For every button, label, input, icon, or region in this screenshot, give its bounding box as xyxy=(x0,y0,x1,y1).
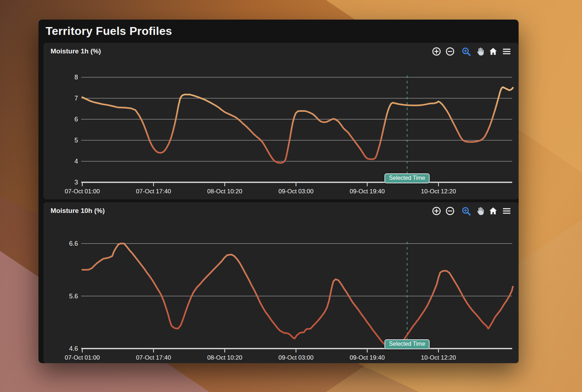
menu-icon[interactable] xyxy=(502,47,511,56)
zoom-in-icon[interactable] xyxy=(432,47,441,56)
x-tick-label: 09-Oct 19:40 xyxy=(350,354,385,361)
moisture-10h-chart[interactable]: 4.65.66.607-Oct 01:0007-Oct 17:4008-Oct … xyxy=(43,202,519,363)
pan-icon[interactable] xyxy=(475,206,484,216)
chart-title: Moisture 10h (%) xyxy=(51,207,105,215)
dashboard-window: Territory Fuels Profiles Moisture 1h (%) xyxy=(38,20,519,363)
zoom-out-icon[interactable] xyxy=(445,47,455,56)
zoom-in-icon[interactable] xyxy=(432,206,441,216)
x-tick-label: 09-Oct 03:00 xyxy=(279,354,313,361)
chart-toolbar xyxy=(432,206,511,216)
page-title: Territory Fuels Profiles xyxy=(46,25,172,38)
series-line xyxy=(82,87,513,163)
y-tick-label: 6.6 xyxy=(69,240,78,247)
selected-time-marker[interactable]: Selected Time xyxy=(384,339,430,349)
y-tick-label: 4 xyxy=(74,158,78,165)
chart-title: Moisture 1h (%) xyxy=(51,47,101,55)
box-zoom-icon[interactable] xyxy=(461,47,471,56)
y-tick-label: 4.6 xyxy=(69,345,78,352)
x-tick-label: 07-Oct 17:40 xyxy=(136,188,171,195)
chart-toolbar xyxy=(432,47,511,56)
title-bar: Territory Fuels Profiles xyxy=(38,20,519,43)
x-tick-label: 08-Oct 10:20 xyxy=(207,354,242,361)
x-tick-label: 07-Oct 01:00 xyxy=(65,188,100,195)
home-icon[interactable] xyxy=(488,47,498,56)
pan-icon[interactable] xyxy=(475,47,484,56)
y-tick-label: 7 xyxy=(74,95,78,102)
x-tick-label: 09-Oct 19:40 xyxy=(350,188,385,195)
x-tick-label: 07-Oct 01:00 xyxy=(65,354,100,361)
x-tick-label: 08-Oct 10:20 xyxy=(207,188,242,195)
home-icon[interactable] xyxy=(488,206,498,216)
y-tick-label: 6 xyxy=(74,116,78,123)
box-zoom-icon[interactable] xyxy=(461,206,471,216)
y-tick-label: 8 xyxy=(74,74,78,81)
menu-icon[interactable] xyxy=(502,206,511,216)
moisture-1h-chart[interactable]: 34567807-Oct 01:0007-Oct 17:4008-Oct 10:… xyxy=(43,43,519,199)
x-tick-label: 09-Oct 03:00 xyxy=(279,188,313,195)
x-tick-label: 10-Oct 12:20 xyxy=(421,354,456,361)
panel-header: Moisture 1h (%) xyxy=(43,43,519,60)
y-tick-label: 5 xyxy=(74,137,78,144)
zoom-out-icon[interactable] xyxy=(445,206,455,216)
y-tick-label: 5.6 xyxy=(69,293,78,300)
selected-time-marker[interactable]: Selected Time xyxy=(384,173,430,183)
moisture-10h-panel: Moisture 10h (%) xyxy=(43,202,519,363)
x-tick-label: 07-Oct 17:40 xyxy=(136,354,171,361)
y-tick-label: 3 xyxy=(74,179,78,186)
moisture-1h-panel: Moisture 1h (%) xyxy=(43,43,519,199)
series-line xyxy=(82,244,513,348)
panel-header: Moisture 10h (%) xyxy=(43,202,519,219)
x-tick-label: 10-Oct 12:20 xyxy=(421,188,456,195)
